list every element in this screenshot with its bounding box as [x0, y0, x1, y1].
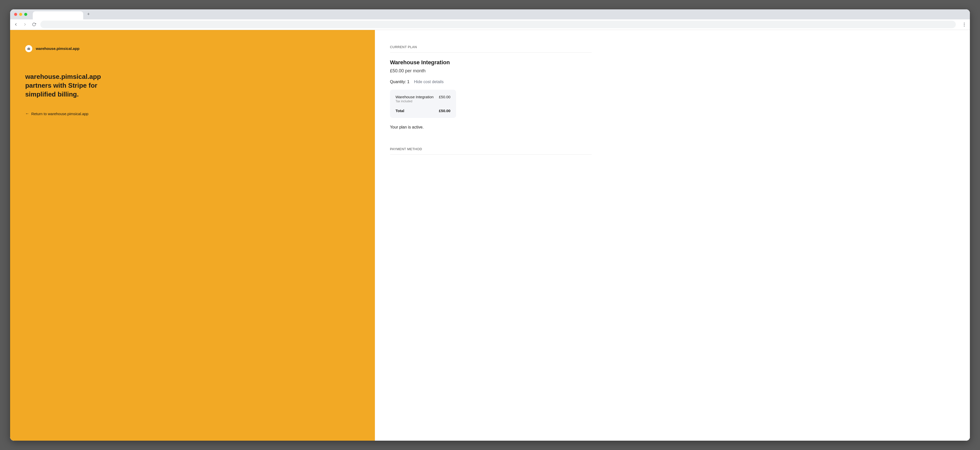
toggle-cost-details-link[interactable]: Hide cost details [414, 79, 444, 84]
tab-strip: + [10, 10, 970, 19]
total-label: Total [396, 109, 404, 113]
svg-rect-0 [27, 48, 30, 50]
total-row: Total £50.00 [396, 109, 450, 113]
line-item-row: Warehouse Integration £50.00 [396, 95, 450, 99]
payment-method-section-label: PAYMENT METHOD [390, 147, 592, 155]
maximize-window-button[interactable] [24, 13, 27, 16]
back-button[interactable] [13, 22, 19, 27]
close-window-button[interactable] [14, 13, 17, 16]
plan-name: Warehouse Integration [390, 59, 592, 66]
forward-button[interactable] [22, 22, 28, 27]
tax-note: Tax included [396, 100, 450, 103]
total-price: £50.00 [439, 109, 450, 113]
merchant-name: warehouse.pimsical.app [36, 46, 80, 51]
return-link[interactable]: ← Return to warehouse.pimsical.app [25, 111, 360, 116]
merchant-panel: warehouse.pimsical.app warehouse.pimsica… [10, 30, 375, 441]
line-item-price: £50.00 [439, 95, 450, 99]
minimize-window-button[interactable] [19, 13, 22, 16]
cost-details-box: Warehouse Integration £50.00 Tax include… [390, 90, 456, 118]
merchant-header: warehouse.pimsical.app [25, 45, 360, 52]
toolbar [10, 19, 970, 30]
plan-status-text: Your plan is active. [390, 125, 592, 130]
page-content: warehouse.pimsical.app warehouse.pimsica… [10, 30, 970, 441]
new-tab-button[interactable]: + [85, 11, 92, 17]
billing-panel: CURRENT PLAN Warehouse Integration £50.0… [375, 30, 970, 441]
arrow-left-icon: ← [25, 111, 29, 116]
merchant-logo-icon [25, 45, 32, 52]
line-item-name: Warehouse Integration [396, 95, 434, 99]
address-bar[interactable] [40, 21, 956, 28]
quantity-row: Quantity: 1 Hide cost details [390, 79, 592, 84]
current-plan-section-label: CURRENT PLAN [390, 45, 592, 53]
partner-tagline: warehouse.pimsical.app partners with Str… [25, 72, 116, 99]
window-controls [14, 13, 27, 16]
browser-menu-button[interactable] [961, 23, 967, 27]
reload-button[interactable] [31, 22, 37, 27]
plan-price: £50.00 per month [390, 68, 592, 74]
browser-window: + warehouse.pimsical.app warehouse.pimsi… [10, 9, 970, 441]
quantity-label: Quantity: 1 [390, 79, 409, 84]
browser-tab[interactable] [33, 11, 83, 19]
return-link-label: Return to warehouse.pimsical.app [31, 112, 89, 116]
